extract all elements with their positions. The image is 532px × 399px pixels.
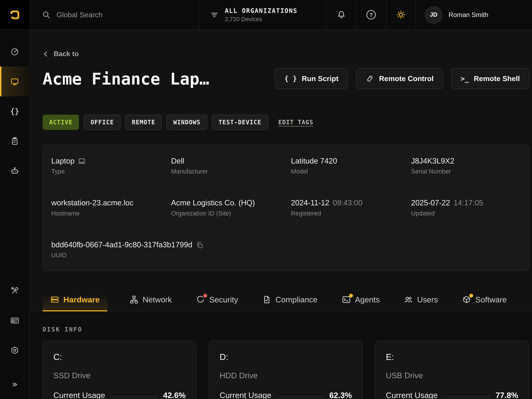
braces-icon: {}	[10, 107, 19, 116]
sidebar-item-tools[interactable]	[0, 276, 30, 305]
usage-label: Current Usage	[53, 391, 105, 399]
clipboard-icon	[10, 136, 19, 146]
tab-network[interactable]: Network	[127, 288, 174, 311]
monitor-icon	[10, 77, 19, 86]
user-menu[interactable]: JD Roman Smith	[416, 0, 532, 30]
tab-users[interactable]: Users	[402, 288, 440, 311]
sidebar-item-scripting[interactable]: {}	[0, 96, 30, 126]
dashboard-icon	[10, 47, 19, 56]
tag-active: ACTIVE	[43, 115, 79, 130]
tab-compliance[interactable]: Compliance	[260, 288, 319, 311]
chevron-left-icon	[43, 51, 49, 57]
tab-agents[interactable]: Agents	[340, 288, 382, 311]
tab-security[interactable]: Security	[194, 288, 240, 311]
sidebar-item-devices[interactable]	[0, 66, 30, 96]
detail-organization: Acme Logistics Co. (HQ) Organization ID …	[171, 198, 291, 217]
software-package-icon	[462, 295, 471, 304]
sidebar: {}	[0, 30, 30, 399]
detail-serial-number: J8J4K3L9X2 Serial Number	[411, 156, 520, 175]
detail-registered: 2024-11-1209:43:00 Registered	[291, 198, 411, 217]
search-icon	[42, 10, 51, 19]
usage-value: 62.3%	[329, 391, 352, 399]
hardware-icon	[50, 295, 59, 304]
device-details-card: Laptop Type Dell Manufac	[43, 145, 529, 271]
edit-tags-link[interactable]: EDIT TAGS	[278, 119, 313, 126]
org-selector[interactable]: ALL ORGANIZATIONS 2,720 Devices	[199, 0, 326, 30]
robot-icon	[10, 166, 19, 176]
disk-info-heading: DISK INFO	[43, 326, 529, 333]
back-label: Back to	[54, 50, 79, 58]
tag-office: OFFICE	[84, 115, 120, 130]
usage-value: 77.8%	[495, 391, 518, 399]
run-script-button[interactable]: { } Run Script	[275, 68, 348, 89]
disk-name: C:	[53, 352, 186, 362]
usage-value: 42.6%	[163, 391, 186, 399]
app-logo[interactable]	[0, 0, 30, 30]
chevrons-right-icon: »	[12, 379, 17, 389]
gear-icon	[10, 346, 19, 355]
tag-test-device: TEST-DEVICE	[212, 115, 268, 130]
sidebar-item-automation[interactable]	[0, 156, 30, 186]
notification-dot	[349, 294, 353, 298]
copy-icon	[196, 241, 203, 249]
disk-card-c: C: SSD Drive Current Usage 42.6%	[43, 340, 196, 399]
sidebar-item-policies[interactable]	[0, 126, 30, 156]
bell-icon	[337, 10, 346, 19]
notification-dot	[469, 294, 473, 298]
dotted-leader	[111, 397, 158, 398]
detail-hostname: workstation-23.acme.loc Hostname	[51, 198, 171, 217]
brand-pixel-logo-icon	[9, 8, 21, 21]
detail-uuid: bdd640fb-0667-4ad1-9c80-317fa3b1799d	[51, 241, 520, 259]
tools-icon	[10, 286, 19, 295]
agents-terminal-icon	[342, 295, 351, 304]
disk-name: E:	[386, 352, 518, 362]
hardware-panel: DISK INFO C: SSD Drive Current Usage 42.…	[30, 311, 532, 399]
dotted-leader	[443, 397, 490, 398]
id-card-icon	[10, 316, 19, 325]
help-button[interactable]: ?	[356, 0, 386, 30]
global-search[interactable]: Global Search	[30, 0, 199, 30]
help-icon: ?	[366, 10, 376, 19]
network-icon	[129, 295, 139, 304]
remote-control-icon	[366, 74, 374, 83]
back-link[interactable]: Back to	[43, 50, 79, 58]
disk-card-d: D: HDD Drive Current Usage 62.3%	[209, 340, 363, 399]
remote-shell-button[interactable]: >_ Remote Shell	[451, 68, 529, 89]
usage-label: Current Usage	[386, 391, 438, 399]
disk-type: HDD Drive	[220, 371, 352, 380]
page-title: Acme Finance Lap…	[43, 69, 209, 88]
security-icon	[196, 295, 205, 304]
device-tabs: Hardware Network	[30, 288, 532, 311]
tab-software[interactable]: Software	[460, 288, 509, 311]
usage-label: Current Usage	[220, 391, 272, 399]
compliance-icon	[262, 295, 271, 304]
copy-uuid-button[interactable]	[196, 241, 203, 249]
tags-row: ACTIVE OFFICE REMOTE WINDOWS TEST-DEVICE…	[43, 115, 529, 130]
tab-hardware[interactable]: Hardware	[43, 288, 107, 311]
org-selector-label: ALL ORGANIZATIONS	[225, 7, 298, 14]
disk-type: USB Drive	[386, 371, 518, 380]
detail-type: Laptop Type	[51, 156, 171, 175]
remote-control-button[interactable]: Remote Control	[356, 68, 443, 89]
users-icon	[404, 295, 413, 304]
alert-dot	[203, 294, 207, 298]
sun-icon	[396, 10, 406, 19]
detail-updated: 2025-07-2214:17:05 Updated	[411, 198, 520, 217]
dotted-leader	[277, 397, 324, 398]
filter-icon	[210, 11, 219, 19]
user-name: Roman Smith	[449, 11, 488, 19]
tag-remote: REMOTE	[125, 115, 162, 130]
avatar: JD	[425, 6, 442, 23]
sidebar-collapse-button[interactable]: »	[0, 369, 30, 399]
sidebar-item-settings[interactable]	[0, 335, 30, 365]
notifications-button[interactable]	[327, 0, 356, 30]
braces-icon: { }	[285, 74, 297, 83]
sidebar-item-dashboard[interactable]	[0, 37, 30, 66]
sidebar-item-contacts[interactable]	[0, 305, 30, 335]
detail-model: Latitude 7420 Model	[291, 156, 411, 175]
search-placeholder: Global Search	[57, 11, 103, 19]
terminal-prompt-icon: >_	[461, 74, 469, 83]
disk-card-e: E: USB Drive Current Usage 77.8%	[375, 340, 529, 399]
theme-toggle-button[interactable]	[386, 0, 416, 30]
main-content: Back to Acme Finance Lap… { } Run Script	[30, 30, 532, 399]
